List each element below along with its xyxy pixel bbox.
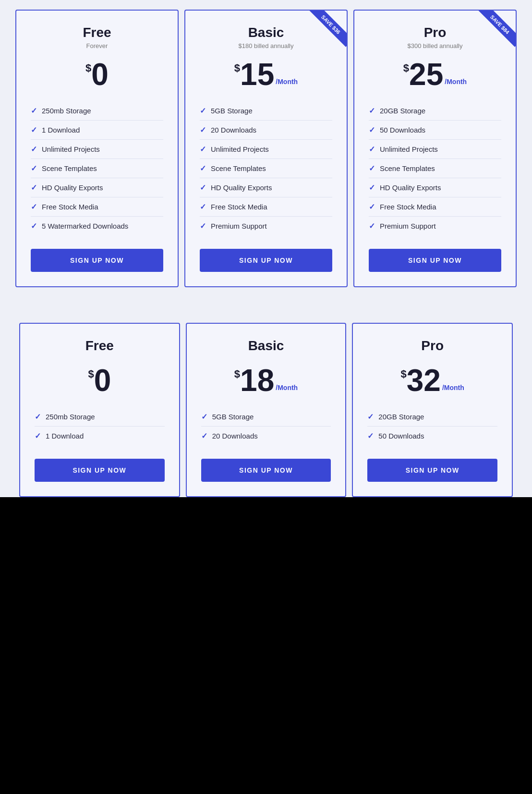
feature-text: 20GB Storage [380,107,425,115]
feature-item: ✓Unlimited Projects [31,140,163,159]
feature-text: Free Stock Media [380,203,436,211]
price-number: 25 [409,59,443,90]
features-list: ✓5GB Storage✓20 Downloads [201,407,331,445]
feature-item: ✓5GB Storage [201,407,331,427]
check-icon: ✓ [31,221,37,231]
feature-text: 1 Download [46,432,84,440]
feature-text: 5GB Storage [212,413,254,421]
feature-item: ✓Unlimited Projects [200,140,332,159]
check-icon: ✓ [200,106,206,115]
check-icon: ✓ [35,412,41,421]
plan-price: $32/Month [367,365,497,396]
ribbon-label: SAVE $84 [477,11,516,47]
price-dollar-sign: $ [234,59,240,73]
plan-card-free-monthly: Free$0✓250mb Storage✓1 DownloadSIGN UP N… [19,323,180,497]
plan-title: Basic [201,338,331,354]
features-list: ✓20GB Storage✓50 Downloads✓Unlimited Pro… [369,101,501,235]
feature-text: 20 Downloads [212,432,258,440]
check-icon: ✓ [200,145,206,154]
feature-text: 50 Downloads [380,126,425,134]
check-icon: ✓ [31,183,37,192]
feature-text: Scene Templates [211,164,266,172]
price-dollar-sign: $ [85,59,91,73]
feature-item: ✓HD Quality Exports [31,178,163,197]
feature-item: ✓20GB Storage [369,101,501,121]
plan-title: Free [35,338,165,354]
price-number: 0 [91,59,109,90]
ribbon: SAVE $84 [472,11,516,54]
check-icon: ✓ [369,202,375,211]
page-wrapper: FreeForever$0✓250mb Storage✓1 Download✓U… [0,0,532,497]
check-icon: ✓ [201,412,207,421]
signup-button[interactable]: SIGN UP NOW [367,459,497,482]
feature-item: ✓Scene Templates [31,159,163,178]
feature-item: ✓HD Quality Exports [200,178,332,197]
feature-text: Scene Templates [42,164,97,172]
price-number: 32 [407,365,441,396]
check-icon: ✓ [200,202,206,211]
check-icon: ✓ [369,183,375,192]
feature-text: 250mb Storage [42,107,91,115]
check-icon: ✓ [369,221,375,231]
plan-price: $25/Month [369,59,501,90]
feature-text: Scene Templates [380,164,435,172]
feature-item: ✓Free Stock Media [31,197,163,217]
check-icon: ✓ [31,145,37,154]
price-period: /Month [276,78,298,90]
bottom-black-area [0,497,532,794]
feature-text: Free Stock Media [42,203,98,211]
feature-item: ✓5 Watermarked Downloads [31,217,163,235]
price-dollar-sign: $ [403,59,409,73]
plan-card-basic-monthly: Basic$18/Month✓5GB Storage✓20 DownloadsS… [186,323,347,497]
features-list: ✓5GB Storage✓20 Downloads✓Unlimited Proj… [200,101,332,235]
check-icon: ✓ [200,183,206,192]
check-icon: ✓ [369,106,375,115]
feature-text: 5GB Storage [211,107,253,115]
plan-card-basic-annual: SAVE $36Basic$180 billed annually$15/Mon… [184,10,348,287]
feature-text: 20GB Storage [378,413,424,421]
feature-item: ✓20GB Storage [367,407,497,427]
feature-item: ✓50 Downloads [369,121,501,140]
features-list: ✓250mb Storage✓1 Download [35,407,165,445]
feature-text: Premium Support [211,222,267,230]
feature-text: 250mb Storage [46,413,95,421]
feature-item: ✓1 Download [35,427,165,445]
check-icon: ✓ [200,164,206,173]
feature-item: ✓Free Stock Media [200,197,332,217]
price-dollar-sign: $ [401,365,407,379]
signup-button[interactable]: SIGN UP NOW [200,249,332,272]
check-icon: ✓ [201,431,207,440]
check-icon: ✓ [369,125,375,134]
feature-text: HD Quality Exports [42,183,103,192]
feature-item: ✓5GB Storage [200,101,332,121]
feature-text: Free Stock Media [211,203,267,211]
check-icon: ✓ [31,202,37,211]
features-list: ✓250mb Storage✓1 Download✓Unlimited Proj… [31,101,163,235]
plan-card-free-annual: FreeForever$0✓250mb Storage✓1 Download✓U… [15,10,179,287]
feature-text: Unlimited Projects [42,145,100,153]
signup-button[interactable]: SIGN UP NOW [201,459,331,482]
check-icon: ✓ [200,125,206,134]
feature-text: 1 Download [42,126,80,134]
check-icon: ✓ [367,412,374,421]
feature-item: ✓HD Quality Exports [369,178,501,197]
check-icon: ✓ [369,145,375,154]
feature-item: ✓20 Downloads [200,121,332,140]
signup-button[interactable]: SIGN UP NOW [369,249,501,272]
monthly-plans-row: Free$0✓250mb Storage✓1 DownloadSIGN UP N… [19,323,513,497]
plan-card-pro-annual: SAVE $84Pro$300 billed annually$25/Month… [353,10,517,287]
check-icon: ✓ [35,431,41,440]
plan-price: $15/Month [200,59,332,90]
feature-item: ✓20 Downloads [201,427,331,445]
check-icon: ✓ [200,221,206,231]
signup-button[interactable]: SIGN UP NOW [35,459,165,482]
feature-item: ✓Unlimited Projects [369,140,501,159]
price-period: /Month [276,384,298,396]
price-number: 0 [94,365,111,396]
plan-title: Free [31,25,163,40]
signup-button[interactable]: SIGN UP NOW [31,249,163,272]
feature-item: ✓Premium Support [200,217,332,235]
feature-text: 50 Downloads [378,432,424,440]
check-icon: ✓ [31,106,37,115]
plan-price: $0 [35,365,165,396]
